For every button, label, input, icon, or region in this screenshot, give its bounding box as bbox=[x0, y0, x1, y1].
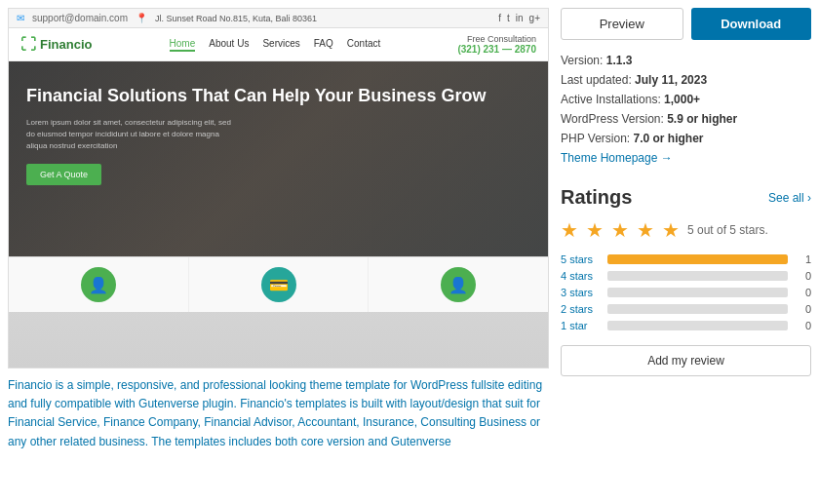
header-email: support@domain.com bbox=[32, 13, 128, 23]
rating-track-2 bbox=[607, 271, 788, 281]
fake-browser-bar: ✉ support@domain.com 📍 Jl. Sunset Road N… bbox=[9, 9, 548, 28]
phone-number: (321) 231 — 2870 bbox=[457, 44, 536, 55]
left-panel: ✉ support@domain.com 📍 Jl. Sunset Road N… bbox=[8, 8, 549, 496]
active-installs-label: Active Installations: bbox=[561, 93, 661, 106]
email-icon: ✉ bbox=[17, 13, 24, 23]
rating-bar-row-2: 4 stars0 bbox=[561, 270, 811, 282]
preview-button[interactable]: Preview bbox=[561, 8, 683, 40]
rating-bar-row-4: 2 stars0 bbox=[561, 303, 811, 315]
nav-home: Home bbox=[170, 38, 196, 52]
nav-about: About Us bbox=[209, 38, 249, 52]
logo-icon: ⛶ bbox=[20, 36, 36, 54]
wp-version-label: WordPress Version: bbox=[561, 112, 664, 126]
last-updated-value: July 11, 2023 bbox=[635, 73, 707, 87]
rating-track-3 bbox=[607, 288, 788, 297]
star-3: ★ bbox=[611, 218, 629, 242]
hero-body: Lorem ipsum dolor sit amet, consectetur … bbox=[26, 117, 241, 152]
last-updated-row: Last updated: July 11, 2023 bbox=[561, 73, 811, 87]
rating-bar-row-3: 3 stars0 bbox=[561, 287, 811, 298]
theme-preview: ✉ support@domain.com 📍 Jl. Sunset Road N… bbox=[8, 8, 549, 368]
nav-links: Home About Us Services FAQ Contact bbox=[170, 38, 381, 52]
main-layout: ✉ support@domain.com 📍 Jl. Sunset Road N… bbox=[0, 0, 819, 504]
php-version-value: 7.0 or higher bbox=[634, 132, 704, 145]
rating-count-1: 1 bbox=[796, 253, 811, 265]
php-version-label: PHP Version: bbox=[561, 132, 630, 145]
star-5: ★ bbox=[662, 218, 680, 242]
google-icon: g+ bbox=[529, 13, 540, 23]
version-label: Version: bbox=[561, 54, 603, 67]
download-button[interactable]: Download bbox=[691, 8, 812, 40]
site-logo: ⛶ Financio bbox=[20, 36, 92, 54]
hero-cta-button[interactable]: Get A Quote bbox=[26, 164, 101, 185]
rating-bars: 5 stars14 stars03 stars02 stars01 star0 bbox=[561, 253, 811, 331]
last-updated-label: Last updated: bbox=[561, 73, 632, 87]
theme-description: Financio is a simple, responsive, and pr… bbox=[8, 376, 549, 451]
bottom-card-1: 👤 bbox=[9, 257, 189, 312]
star-2: ★ bbox=[586, 218, 604, 242]
rating-bar-row-5: 1 star0 bbox=[561, 320, 811, 331]
ratings-title: Ratings bbox=[561, 186, 632, 209]
rating-bar-row-1: 5 stars1 bbox=[561, 253, 811, 265]
wp-version-row: WordPress Version: 5.9 or higher bbox=[561, 112, 811, 126]
php-version-row: PHP Version: 7.0 or higher bbox=[561, 132, 811, 145]
facebook-icon: f bbox=[498, 13, 501, 23]
logo-text: Financio bbox=[40, 37, 92, 52]
stars-summary-label: 5 out of 5 stars. bbox=[687, 223, 768, 237]
meta-info: Version: 1.1.3 Last updated: July 11, 20… bbox=[561, 54, 811, 165]
active-installs-value: 1,000+ bbox=[664, 93, 700, 106]
version-value: 1.1.3 bbox=[606, 54, 633, 67]
description-text: Financio is a simple, responsive, and pr… bbox=[8, 378, 542, 448]
rating-count-2: 0 bbox=[796, 270, 811, 282]
right-panel: Preview Download Version: 1.1.3 Last upd… bbox=[561, 8, 811, 496]
wp-version-value: 5.9 or higher bbox=[667, 112, 737, 126]
rating-count-4: 0 bbox=[796, 303, 811, 315]
rating-label-2[interactable]: 4 stars bbox=[561, 270, 600, 282]
ratings-section: Ratings See all › ★ ★ ★ ★ ★ 5 out of 5 s… bbox=[561, 186, 811, 376]
rating-label-4[interactable]: 2 stars bbox=[561, 303, 600, 315]
rating-track-1 bbox=[607, 254, 788, 264]
rating-count-5: 0 bbox=[796, 320, 811, 331]
rating-track-5 bbox=[607, 321, 788, 330]
twitter-icon: t bbox=[507, 13, 510, 23]
card-icon-1: 👤 bbox=[81, 267, 116, 302]
nav-contact: Contact bbox=[347, 38, 380, 52]
ratings-header: Ratings See all › bbox=[561, 186, 811, 209]
nav-faq: FAQ bbox=[314, 38, 333, 52]
social-icons: f t in g+ bbox=[498, 13, 540, 23]
location-icon: 📍 bbox=[136, 13, 147, 23]
linkedin-icon: in bbox=[516, 13, 524, 23]
version-row: Version: 1.1.3 bbox=[561, 54, 811, 67]
bottom-card-2: 💳 bbox=[189, 257, 370, 312]
consultation-label: Free Consultation bbox=[457, 34, 536, 44]
header-location: Jl. Sunset Road No.815, Kuta, Bali 80361 bbox=[155, 14, 317, 23]
hero-headline: Financial Solutions That Can Help Your B… bbox=[26, 85, 530, 107]
fake-nav: ⛶ Financio Home About Us Services FAQ Co… bbox=[9, 28, 548, 61]
see-all-link[interactable]: See all › bbox=[768, 191, 811, 205]
star-1: ★ bbox=[561, 218, 578, 242]
consultation: Free Consultation (321) 231 — 2870 bbox=[457, 34, 536, 55]
rating-label-5[interactable]: 1 star bbox=[561, 320, 600, 331]
star-4: ★ bbox=[637, 218, 654, 242]
card-icon-2: 💳 bbox=[261, 267, 296, 302]
rating-track-4 bbox=[607, 304, 788, 314]
bottom-cards: 👤 💳 👤 bbox=[9, 256, 548, 312]
add-review-button[interactable]: Add my review bbox=[561, 345, 811, 376]
bottom-card-3: 👤 bbox=[369, 257, 548, 312]
rating-count-3: 0 bbox=[796, 287, 811, 298]
card-icon-3: 👤 bbox=[441, 267, 476, 302]
rating-label-1[interactable]: 5 stars bbox=[561, 253, 600, 265]
stars-summary: ★ ★ ★ ★ ★ 5 out of 5 stars. bbox=[561, 218, 811, 242]
rating-fill-1 bbox=[607, 254, 788, 264]
active-installs-row: Active Installations: 1,000+ bbox=[561, 93, 811, 106]
nav-services: Services bbox=[262, 38, 299, 52]
rating-label-3[interactable]: 3 stars bbox=[561, 287, 600, 298]
theme-homepage-link[interactable]: Theme Homepage → bbox=[561, 151, 811, 165]
action-buttons: Preview Download bbox=[561, 8, 811, 40]
hero-section: Financial Solutions That Can Help Your B… bbox=[9, 61, 548, 256]
